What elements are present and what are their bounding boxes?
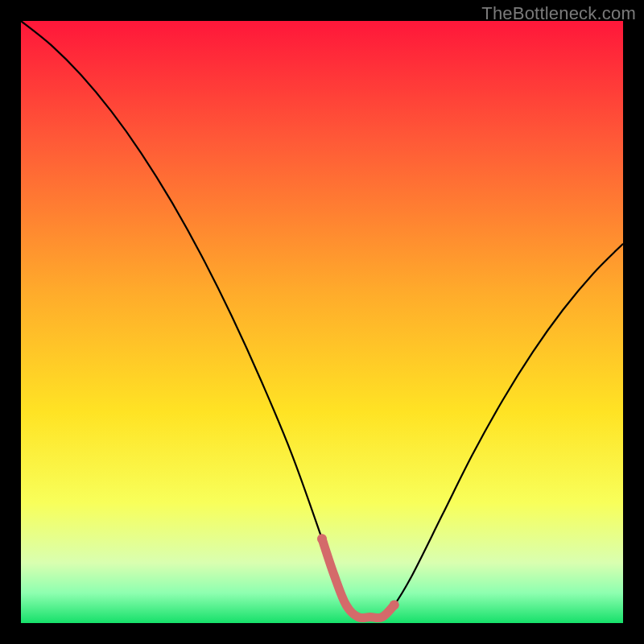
plot-area <box>21 21 623 623</box>
chart-svg <box>21 21 623 623</box>
highlight-start-dot <box>317 534 327 543</box>
watermark-text: TheBottleneck.com <box>481 3 636 24</box>
highlight-end-dot <box>390 601 399 610</box>
chart-frame: TheBottleneck.com <box>0 0 644 644</box>
